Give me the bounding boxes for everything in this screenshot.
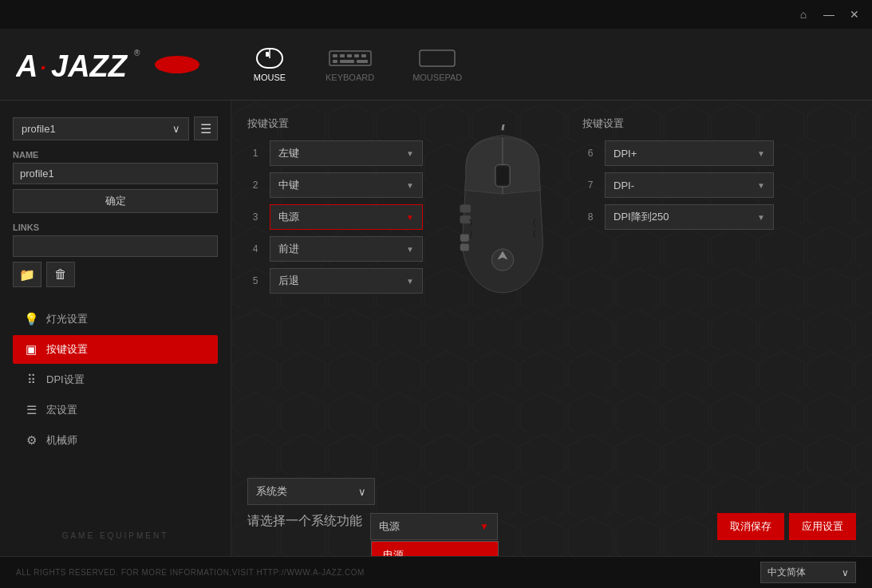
dpi-icon: ⠿ (24, 373, 38, 387)
mousepad-nav-icon (418, 47, 456, 69)
svg-text:®: ® (134, 49, 140, 57)
main-area: profile1 ∨ ☰ NAME 确定 LINKS 📁 🗑 (0, 101, 872, 556)
sidebar-item-mechanical-label: 机械师 (46, 433, 77, 448)
mouse-image (439, 124, 566, 300)
dropdown-option-power-label: 电源 (383, 549, 404, 556)
system-func-row: 请选择一个系统功能 电源 ▼ 电源 睡眠 (247, 513, 856, 540)
sidebar-item-keyboard-settings[interactable]: ▣ 按键设置 (13, 335, 218, 364)
btn-num-6: 6 (582, 148, 598, 159)
system-type-label: 系统类 (256, 484, 287, 499)
name-input[interactable] (13, 163, 218, 184)
btn-label-5: 后退 (278, 274, 299, 288)
btn-label-4: 前进 (278, 242, 299, 256)
language-label: 中文简体 (767, 566, 806, 579)
folder-button[interactable]: 📁 (13, 262, 41, 287)
mouse-icon (153, 54, 201, 75)
svg-text:A: A (16, 49, 37, 83)
button-row-2: 2 中键 ▼ (247, 172, 423, 198)
profile-name: profile1 (22, 123, 56, 135)
button-row-5: 5 后退 ▼ (247, 268, 423, 294)
btn-label-8: DPI降到250 (614, 210, 669, 224)
btn-select-4[interactable]: 前进 ▼ (270, 236, 423, 262)
delete-button[interactable]: 🗑 (46, 262, 75, 287)
sidebar-item-dpi-label: DPI设置 (46, 373, 85, 387)
links-actions: 📁 🗑 (13, 262, 218, 287)
btn-select-5[interactable]: 后退 ▼ (270, 268, 423, 294)
menu-icon: ☰ (200, 121, 211, 136)
links-section: LINKS 📁 🗑 (13, 223, 218, 287)
nav-mouse[interactable]: MOUSE (233, 41, 306, 89)
svg-text:JAZZ: JAZZ (51, 49, 128, 83)
btn-num-1: 1 (247, 148, 263, 159)
btn-select-6[interactable]: DPI+ ▼ (605, 140, 774, 166)
btn-select-3[interactable]: 电源 ▼ (270, 204, 423, 230)
button-row-6: 6 DPI+ ▼ (582, 140, 774, 166)
svg-rect-23 (460, 205, 471, 212)
title-bar: ⌂ — ✕ (0, 0, 872, 29)
nav-mousepad-label: MOUSEPAD (412, 73, 462, 82)
svg-rect-14 (333, 60, 337, 63)
keyboard-settings-icon: ▣ (24, 342, 38, 357)
system-func-value: 电源 (379, 519, 400, 534)
svg-rect-22 (497, 167, 509, 184)
cancel-save-button[interactable]: 取消保存 (717, 513, 784, 540)
confirm-button[interactable]: 确定 (13, 189, 218, 213)
nav-mousepad[interactable]: MOUSEPAD (393, 41, 481, 89)
button-settings-area: 按键设置 1 左键 ▼ 2 中键 ▼ (247, 116, 856, 308)
links-input[interactable] (13, 235, 218, 257)
btn-arrow-8: ▼ (757, 213, 765, 222)
sidebar-item-mechanical[interactable]: ⚙ 机械师 (13, 426, 218, 455)
menu-icon-button[interactable]: ☰ (194, 116, 218, 140)
language-selector[interactable]: 中文简体 ∨ (760, 562, 856, 583)
btn-select-7[interactable]: DPI- ▼ (605, 172, 774, 198)
content-inner: 按键设置 1 左键 ▼ 2 中键 ▼ (247, 116, 856, 540)
folder-icon: 📁 (19, 267, 35, 282)
svg-rect-9 (333, 54, 337, 57)
btn-num-2: 2 (247, 180, 263, 191)
bottom-section: 系统类 ∨ 请选择一个系统功能 电源 ▼ 电源 (247, 465, 856, 540)
svg-rect-15 (340, 60, 354, 63)
nav-keyboard[interactable]: KEYBOARD (306, 41, 393, 89)
language-arrow: ∨ (842, 567, 849, 578)
svg-rect-25 (460, 235, 469, 242)
btn-num-4: 4 (247, 243, 263, 255)
btn-label-6: DPI+ (614, 148, 637, 160)
svg-rect-12 (354, 54, 359, 57)
svg-rect-10 (340, 54, 345, 57)
system-type-dropdown[interactable]: 系统类 ∨ (247, 478, 375, 505)
btn-select-2[interactable]: 中键 ▼ (270, 172, 423, 198)
dropdown-option-power[interactable]: 电源 (372, 542, 498, 556)
btn-select-1[interactable]: 左键 ▼ (270, 140, 423, 166)
name-label: NAME (13, 150, 218, 160)
footer-copyright: ALL RIGHTS RESERVED. FOR MORE INFORMATIO… (16, 568, 365, 577)
button-row-3: 3 电源 ▼ (247, 204, 423, 230)
logo-svg: A · JAZZ ® (16, 45, 144, 85)
sidebar-item-macro-label: 宏设置 (46, 403, 77, 417)
svg-rect-24 (460, 216, 471, 223)
home-button[interactable]: ⌂ (792, 6, 815, 23)
svg-text:·: · (40, 55, 46, 80)
sidebar-item-dpi[interactable]: ⠿ DPI设置 (13, 365, 218, 394)
content-area: 按键设置 1 左键 ▼ 2 中键 ▼ (231, 101, 872, 556)
svg-point-4 (155, 56, 199, 73)
system-func-dropdown[interactable]: 电源 ▼ 电源 睡眠 唤醒 (370, 513, 498, 540)
right-section-title: 按键设置 (582, 116, 774, 131)
btn-label-1: 左键 (278, 146, 299, 160)
left-button-settings: 按键设置 1 左键 ▼ 2 中键 ▼ (247, 116, 423, 300)
macro-icon: ☰ (24, 403, 38, 417)
btn-label-2: 中键 (278, 178, 299, 192)
close-button[interactable]: ✕ (843, 6, 866, 23)
profile-dropdown[interactable]: profile1 ∨ (13, 117, 189, 140)
btn-select-8[interactable]: DPI降到250 ▼ (605, 204, 774, 230)
minimize-button[interactable]: — (818, 6, 840, 23)
button-row-1: 1 左键 ▼ (247, 140, 423, 166)
btn-arrow-5: ▼ (406, 277, 414, 286)
btn-arrow-7: ▼ (757, 181, 765, 190)
btn-num-7: 7 (582, 180, 598, 191)
sidebar-item-macro[interactable]: ☰ 宏设置 (13, 396, 218, 424)
apply-settings-button[interactable]: 应用设置 (789, 513, 856, 540)
mouse-nav-icon (252, 47, 287, 69)
sidebar-item-lighting[interactable]: 💡 灯光设置 (13, 305, 218, 333)
mouse-image-area (423, 116, 582, 308)
svg-rect-8 (329, 51, 371, 65)
